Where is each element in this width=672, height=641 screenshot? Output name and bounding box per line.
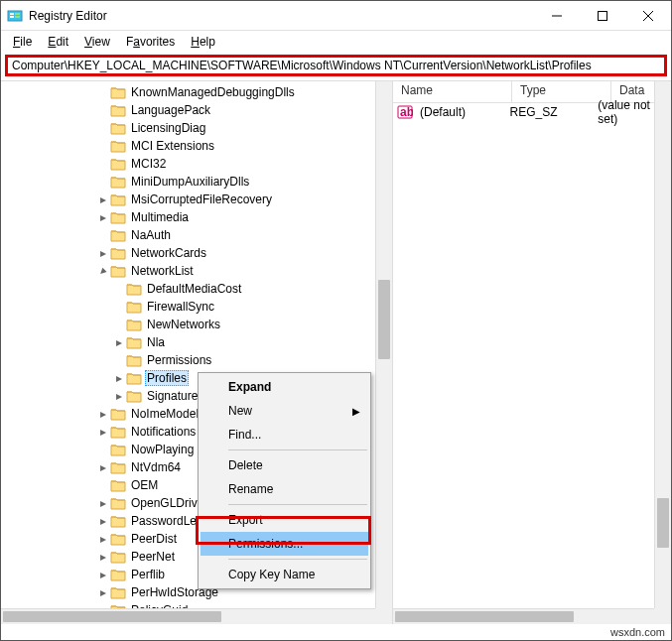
tree-node-mci-extensions[interactable]: MCI Extensions [1,137,392,155]
menu-edit[interactable]: Edit [42,33,74,51]
svg-rect-3 [15,13,20,15]
folder-icon [126,318,142,331]
folder-icon [126,335,142,349]
tree-scrollbar-vertical[interactable] [375,81,392,608]
tree-node-label: NtVdm64 [129,460,183,474]
value-row[interactable]: ab (Default) REG_SZ (value not set) [393,103,671,121]
cm-export[interactable]: Export [201,508,368,532]
tree-node-licensingdiag[interactable]: LicensingDiag [1,119,392,137]
tree-node-multimedia[interactable]: ▸Multimedia [1,208,392,226]
tree-scrollbar-horizontal[interactable] [1,608,375,624]
cm-expand-label: Expand [228,380,271,394]
tree-node-naauth[interactable]: NaAuth [1,226,392,244]
tree-node-label: NetworkList [129,264,196,278]
tree-node-mci32[interactable]: MCI32 [1,155,392,173]
col-name[interactable]: Name [393,81,512,102]
tree-node-label: NewNetworks [145,318,222,331]
cm-rename[interactable]: Rename [201,477,368,501]
menu-favorites[interactable]: Favorites [120,33,181,51]
cm-copykeyname-label: Copy Key Name [228,568,315,581]
expander-icon[interactable]: ▸ [96,550,110,564]
expander-icon[interactable]: ▸ [96,568,110,581]
folder-icon [110,550,126,564]
expander-icon[interactable]: ▸ [112,335,126,349]
tree-node-firewallsync[interactable]: FirewallSync [1,298,392,316]
folder-icon [126,353,142,367]
tree-node-label: LanguagePack [129,103,212,117]
expander-icon[interactable]: ▾ [96,264,110,278]
folder-icon [110,264,126,278]
tree-node-nla[interactable]: ▸Nla [1,333,392,351]
folder-icon [110,228,126,242]
values-scrollbar-vertical[interactable] [654,81,671,608]
expander-icon[interactable]: ▸ [96,192,110,206]
expander-icon[interactable]: ▸ [96,514,110,528]
cm-copy-key-name[interactable]: Copy Key Name [201,563,368,586]
tree-node-label: MCI Extensions [129,139,216,153]
value-type: REG_SZ [506,105,595,119]
folder-icon [110,192,126,206]
expander-icon[interactable]: ▸ [112,371,126,385]
expander-icon[interactable]: ▸ [96,585,110,599]
folder-icon [126,389,142,403]
tree-node-knownmanageddebuggingdlls[interactable]: KnownManagedDebuggingDlls [1,83,392,101]
cm-find[interactable]: Find... [201,423,368,447]
tree-node-languagepack[interactable]: LanguagePack [1,101,392,119]
scroll-corner [375,608,392,624]
cm-new[interactable]: New▶ [201,399,368,423]
expander-icon[interactable]: ▸ [96,407,110,421]
window-title: Registry Editor [29,9,534,23]
cm-find-label: Find... [228,428,261,442]
maximize-button[interactable] [580,1,625,31]
tree-node-label: NowPlaying [129,443,196,456]
cm-permissions[interactable]: Permissions... [201,532,368,556]
tree-node-msicorruptedfilerecovery[interactable]: ▸MsiCorruptedFileRecovery [1,191,392,208]
tree-node-label: PeerDist [129,532,179,546]
titlebar: Registry Editor [1,1,671,31]
tree-scroll-thumb[interactable] [378,280,390,359]
expander-icon[interactable]: ▸ [96,210,110,224]
expander-icon[interactable]: ▸ [96,246,110,260]
tree-hscroll-thumb[interactable] [3,611,221,622]
expander-icon[interactable]: ▸ [96,425,110,439]
folder-icon [126,282,142,296]
folder-icon [110,514,126,528]
tree-node-label: Nla [145,335,167,349]
tree-node-networklist[interactable]: ▾NetworkList [1,262,392,280]
expander-icon[interactable]: ▸ [96,532,110,546]
cm-expand[interactable]: Expand [201,375,368,399]
tree-node-networkcards[interactable]: ▸NetworkCards [1,244,392,262]
address-bar[interactable]: Computer\HKEY_LOCAL_MACHINE\SOFTWARE\Mic… [5,55,667,76]
menu-help[interactable]: Help [185,33,221,51]
expander-icon[interactable]: ▸ [96,460,110,474]
tree-node-newnetworks[interactable]: NewNetworks [1,316,392,333]
expander-icon[interactable]: ▸ [112,389,126,403]
tree-node-label: Multimedia [129,210,191,224]
folder-icon [110,246,126,260]
cm-separator [228,504,367,505]
values-scrollbar-horizontal[interactable] [393,608,654,624]
folder-icon [110,568,126,581]
tree-node-label: Permissions [145,353,213,367]
values-pane[interactable]: Name Type Data ab (Default) REG_SZ (valu… [393,81,671,624]
address-text: Computer\HKEY_LOCAL_MACHINE\SOFTWARE\Mic… [12,59,592,72]
tree-node-permissions[interactable]: Permissions [1,351,392,369]
values-vscroll-thumb[interactable] [657,498,669,548]
close-button[interactable] [625,1,671,31]
tree-node-defaultmediacost[interactable]: DefaultMediaCost [1,280,392,298]
minimize-button[interactable] [534,1,580,31]
folder-icon [126,371,142,385]
tree-node-label: MiniDumpAuxiliaryDlls [129,175,251,189]
menu-file[interactable]: File [7,33,38,51]
string-value-icon: ab [397,104,413,120]
tree-node-label: Notifications [129,425,198,439]
menubar: File Edit View Favorites Help [1,31,671,53]
values-hscroll-thumb[interactable] [395,611,574,622]
cm-delete[interactable]: Delete [201,453,368,477]
tree-node-minidumpauxiliarydlls[interactable]: MiniDumpAuxiliaryDlls [1,173,392,191]
folder-icon [110,407,126,421]
folder-icon [110,139,126,153]
expander-icon[interactable]: ▸ [96,496,110,510]
menu-view[interactable]: View [78,33,116,51]
cm-separator [228,449,367,450]
